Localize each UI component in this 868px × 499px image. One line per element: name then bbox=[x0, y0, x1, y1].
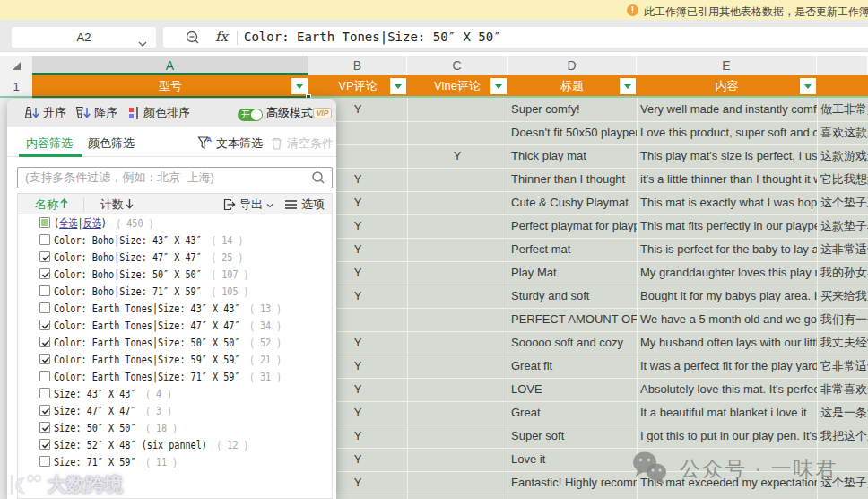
column-header-C[interactable]: C bbox=[407, 56, 508, 75]
cell-D4[interactable]: Thick play mat bbox=[508, 144, 637, 168]
cell-D10[interactable]: Sturdy and soft bbox=[508, 285, 637, 308]
cell-D9[interactable]: Play Mat bbox=[508, 261, 637, 285]
item-label[interactable]: Size: 50″ X 50″ （ 18 ） bbox=[54, 419, 181, 436]
cell-E6[interactable]: This mat is exactly what I was hoping bbox=[637, 191, 817, 214]
checkbox-unchecked[interactable] bbox=[39, 285, 50, 296]
cell-E10[interactable]: Bought it for my babys play area. I bbox=[637, 285, 817, 308]
select-all-corner[interactable] bbox=[0, 56, 32, 75]
cell-F13[interactable]: 它非常适合 bbox=[817, 355, 868, 378]
checkbox-unchecked[interactable] bbox=[39, 302, 50, 313]
checkbox-checked[interactable] bbox=[39, 422, 50, 433]
checkbox-checked[interactable] bbox=[39, 320, 50, 330]
cell-E9[interactable]: My granddaughter loves this play m bbox=[637, 261, 817, 285]
cell-F11[interactable]: 我们有一个 bbox=[817, 308, 868, 331]
item-label[interactable]: Size: 43″ X 43″ （ 4 ） bbox=[54, 385, 176, 402]
sort-ascending-button[interactable]: 升序 bbox=[23, 99, 66, 127]
cell-F10[interactable]: 买来给我宝 bbox=[817, 285, 868, 308]
cell-D13[interactable]: Great fit bbox=[508, 355, 637, 378]
cell-E16[interactable]: I got this to put in our play pen. It's bbox=[637, 425, 817, 448]
color-sort-button[interactable]: 颜色排序 bbox=[129, 99, 190, 127]
filter-dropdown-A[interactable] bbox=[291, 78, 308, 94]
zoom-out-icon[interactable] bbox=[185, 30, 201, 49]
filter-dropdown-E[interactable] bbox=[800, 78, 816, 94]
name-box[interactable]: A2 bbox=[12, 27, 156, 48]
item-label[interactable]: (全选|反选) （ 450 ） bbox=[54, 214, 158, 232]
cell-D18[interactable]: Fantastic! Highly recomm bbox=[508, 471, 637, 495]
filter-dropdown-D[interactable] bbox=[620, 78, 636, 94]
checkbox-checked[interactable] bbox=[39, 268, 50, 279]
cell-E11[interactable]: We have a 5 month old and we go bbox=[637, 308, 817, 331]
cell-F7[interactable]: 这款垫子非 bbox=[817, 214, 868, 238]
item-label[interactable]: Color: Earth Tones|Size: 43″ X 43″ （ 13 … bbox=[54, 300, 285, 317]
cell-E3[interactable]: Love this product, super soft and co bbox=[637, 121, 817, 144]
cell-D7[interactable]: Perfect playmat for playpen bbox=[508, 214, 637, 238]
checkbox-unchecked[interactable] bbox=[39, 234, 50, 245]
checkbox-checked[interactable] bbox=[39, 439, 50, 450]
cell-E4[interactable]: This play mat's size is perfect, I use bbox=[637, 144, 817, 168]
cell-F4[interactable]: 这款游戏垫 bbox=[817, 144, 868, 168]
sort-by-name[interactable]: 名称 bbox=[35, 194, 68, 214]
item-label[interactable]: Size: 47″ X 47″ （ 3 ） bbox=[54, 402, 176, 419]
checkbox-checked[interactable] bbox=[39, 337, 50, 347]
sort-by-count[interactable]: 计数 bbox=[100, 194, 134, 214]
item-label[interactable]: Color: Boho|Size: 47″ X 47″ （ 25 ） bbox=[54, 249, 247, 266]
item-label[interactable]: Color: Earth Tones|Size: 47″ X 47″ （ 34 … bbox=[54, 317, 285, 334]
cell-F2[interactable]: 做工非常好 bbox=[817, 98, 868, 121]
cell-F16[interactable]: 我把这个放 bbox=[817, 425, 868, 448]
cell-D12[interactable]: Sooooo soft and cozy bbox=[508, 331, 637, 355]
cell-D8[interactable]: Perfect mat bbox=[508, 238, 637, 261]
column-header-E[interactable]: E bbox=[637, 56, 817, 75]
column-header-F[interactable] bbox=[817, 56, 868, 75]
cell-F8[interactable]: 这非常适合 bbox=[817, 238, 868, 261]
sort-descending-button[interactable]: 降序 bbox=[74, 99, 117, 127]
cell-E2[interactable]: Very well made and instantly comfy bbox=[637, 98, 817, 121]
cell-F9[interactable]: 我的孙女喜 bbox=[817, 261, 868, 285]
invert-selection-link[interactable]: 反选 bbox=[82, 216, 100, 230]
options-button[interactable]: 选项 bbox=[284, 194, 325, 214]
cell-E12[interactable]: My husband often lays with our littl bbox=[637, 331, 817, 355]
cell-D6[interactable]: Cute & Cushy Playmat bbox=[508, 191, 637, 214]
formula-input[interactable]: fxColor: Earth Tones|Size: 50″ X 50″ bbox=[163, 27, 868, 48]
chevron-down-icon[interactable] bbox=[138, 35, 147, 51]
cell-E7[interactable]: This mat fits perfectly in our playpen bbox=[637, 214, 817, 238]
item-label[interactable]: Size: 52″ X 48″ (six pannel) （ 12 ） bbox=[54, 436, 253, 453]
filter-dropdown-B[interactable] bbox=[390, 78, 406, 94]
cell-D16[interactable]: Super soft bbox=[508, 425, 637, 448]
row-header-1[interactable]: 1 bbox=[0, 75, 32, 98]
cell-D11[interactable]: PERFECT AMOUNT OF PA bbox=[508, 308, 637, 331]
cell-F12[interactable]: 我丈夫经常 bbox=[817, 331, 868, 355]
cell-D5[interactable]: Thinner than I thought bbox=[508, 168, 637, 191]
checkbox-checked[interactable] bbox=[39, 251, 50, 262]
cell-F6[interactable]: 这个垫子正 bbox=[817, 191, 868, 214]
checkbox-partial[interactable] bbox=[39, 217, 50, 228]
checkbox-checked[interactable] bbox=[39, 405, 50, 416]
column-header-B[interactable]: B bbox=[308, 56, 407, 75]
export-button[interactable]: 导出 bbox=[222, 194, 273, 214]
item-label[interactable]: Color: Earth Tones|Size: 50″ X 50″ （ 52 … bbox=[54, 334, 285, 351]
checkbox-unchecked[interactable] bbox=[39, 456, 50, 467]
item-label[interactable]: Color: Earth Tones|Size: 59″ X 59″ （ 21 … bbox=[54, 351, 285, 368]
item-label[interactable]: Color: Boho|Size: 50″ X 50″ （ 107 ） bbox=[54, 266, 253, 283]
item-label[interactable]: Color: Boho|Size: 43″ X 43″ （ 14 ） bbox=[54, 232, 247, 249]
cell-D2[interactable]: Super comfy! bbox=[508, 98, 637, 121]
cell-E8[interactable]: This is perfect for the baby to lay an bbox=[637, 238, 817, 261]
filter-dropdown-C[interactable] bbox=[490, 78, 507, 94]
cell-F14[interactable]: 非常喜欢这 bbox=[817, 378, 868, 401]
cell-E13[interactable]: It was a perfect fit for the play yard bbox=[637, 355, 817, 378]
cell-C4[interactable]: Y bbox=[407, 144, 508, 168]
cell-F5[interactable]: 它比我想象 bbox=[817, 168, 868, 191]
cell-E5[interactable]: it's a little thinner than I thought it … bbox=[637, 168, 817, 191]
fx-icon[interactable]: fx bbox=[215, 29, 228, 45]
item-label[interactable]: Color: Earth Tones|Size: 71″ X 59″ （ 31 … bbox=[54, 368, 285, 385]
cell-D14[interactable]: LOVE bbox=[508, 378, 637, 401]
cell-F3[interactable]: 喜欢这款产 bbox=[817, 121, 868, 144]
checkbox-unchecked[interactable] bbox=[39, 371, 50, 381]
cell-D17[interactable]: Love it bbox=[508, 448, 637, 471]
column-header-D[interactable]: D bbox=[508, 56, 637, 75]
checkbox-unchecked[interactable] bbox=[39, 388, 50, 398]
tab-content-filter[interactable]: 内容筛选 bbox=[26, 130, 73, 156]
cell-E15[interactable]: It a beautiful mat blanket i love it bbox=[637, 401, 817, 425]
item-label[interactable]: Size: 71″ X 59″ （ 11 ） bbox=[54, 453, 181, 470]
text-filter-button[interactable]: A文本筛选 bbox=[197, 130, 263, 156]
advanced-mode-toggle[interactable]: 开 bbox=[238, 109, 263, 121]
